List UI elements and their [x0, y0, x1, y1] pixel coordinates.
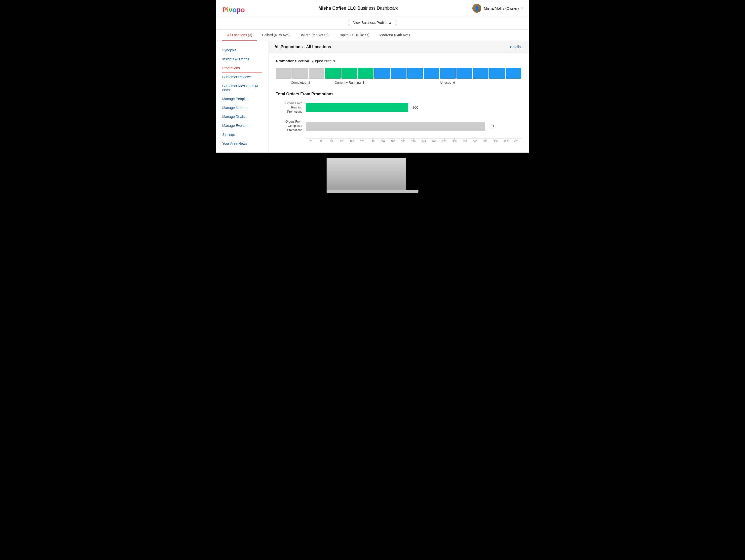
axis-tick: 160	[378, 140, 388, 143]
location-tabs: All Locations (3) Ballard (67th Ave) Bal…	[216, 30, 529, 41]
bar-segment-completed	[309, 68, 324, 79]
bar-segment-unused	[374, 68, 390, 79]
section-title: All Promotions - All Locations	[274, 45, 331, 49]
sidebar-item-people[interactable]: Manage People...	[216, 94, 268, 103]
period-dropdown[interactable]: August 2022 ▾	[312, 59, 335, 63]
bar-segment-running	[358, 68, 374, 79]
sidebar-item-deals[interactable]: Manage Deals...	[216, 112, 268, 121]
axis-tick: 360	[480, 140, 490, 143]
tab-madrona[interactable]: Madrona (34th Ave)	[375, 30, 415, 41]
avatar: 👤	[472, 4, 481, 13]
chart-axis: 2040608010012014016018020022024026028030…	[306, 138, 521, 143]
bar-segment-completed	[292, 68, 308, 79]
axis-tick: 280	[439, 140, 449, 143]
axis-tick: 340	[470, 140, 480, 143]
promotions-bar	[276, 68, 521, 79]
sidebar-item-synopsis[interactable]: Synopsis	[216, 46, 268, 55]
bar-row-label: Orders From Completed Promotions	[276, 120, 306, 132]
chevron-up-icon: ▲	[388, 21, 392, 25]
sidebar-item-events[interactable]: Manage Events...	[216, 121, 268, 130]
axis-tick: 220	[408, 140, 418, 143]
axis-tick: 40	[316, 140, 326, 143]
bar-labels: Completed: 3 Currently Running: 3 Unused…	[276, 81, 521, 85]
bar-segment-unused	[407, 68, 423, 79]
bottom-area	[0, 153, 745, 207]
axis-tick: 20	[306, 140, 316, 143]
tab-ballard-market[interactable]: Ballard (Market St)	[294, 30, 333, 41]
chevron-down-icon: ▾	[521, 6, 523, 10]
bar-segment-unused	[489, 68, 505, 79]
chart-bar-row: Orders From Completed Promotions350	[276, 120, 521, 132]
user-menu[interactable]: 👤 Misha Mollis (Owner) ▾	[472, 4, 523, 16]
logo: Pivopo	[222, 6, 245, 14]
sidebar-item-insights[interactable]: Insights & Trends	[216, 55, 268, 64]
axis-tick: 420	[511, 140, 521, 143]
details-link[interactable]: Details ›	[510, 45, 523, 49]
main-content: All Promotions - All Locations Details ›…	[268, 41, 529, 153]
bar-chart: Orders From Running Promotions200Orders …	[276, 101, 521, 143]
axis-tick: 240	[419, 140, 429, 143]
header: Pivopo Misha Coffee LLC Business Dashboa…	[216, 0, 529, 17]
user-name: Misha Mollis (Owner)	[484, 6, 519, 10]
bar-row-label: Orders From Running Promotions	[276, 101, 306, 114]
chart-bar-row: Orders From Running Promotions200	[276, 101, 521, 114]
bar-row-track: 200	[306, 103, 521, 112]
header-title: Misha Coffee LLC Business Dashboard	[245, 6, 472, 14]
bar-segment-unused	[506, 68, 521, 79]
bar-segment-unused	[440, 68, 456, 79]
axis-tick: 140	[367, 140, 378, 143]
laptop-foot	[327, 190, 418, 193]
bar-segment-completed	[276, 68, 292, 79]
axis-tick: 300	[450, 140, 460, 143]
section-header: All Promotions - All Locations Details ›	[268, 41, 529, 53]
bar-row-track: 350	[306, 122, 521, 131]
period-label: Promotions Period: August 2022 ▾	[276, 59, 521, 63]
sidebar-item-promotions[interactable]: Promotions	[216, 64, 268, 72]
axis-tick: 180	[388, 140, 398, 143]
axis-tick: 400	[500, 140, 511, 143]
bar-segment-running	[342, 68, 357, 79]
tab-capitol-hill[interactable]: Capitol Hill (Pike St)	[333, 30, 374, 41]
tab-all-locations[interactable]: All Locations (3)	[222, 30, 257, 41]
unused-label: Unused: 9	[374, 81, 521, 85]
content-inner: Promotions Period: August 2022 ▾ Complet…	[268, 53, 529, 149]
chart-title: Total Orders From Promotions	[276, 92, 521, 96]
bar-fill: 350	[306, 122, 485, 131]
tab-ballard-67[interactable]: Ballard (67th Ave)	[257, 30, 294, 41]
sidebar-item-news[interactable]: Your Area News	[216, 139, 268, 148]
completed-label: Completed: 3	[276, 81, 325, 85]
view-profile-button[interactable]: View Business Profile ▲	[348, 19, 397, 26]
profile-btn-row: View Business Profile ▲	[216, 17, 529, 30]
sidebar-item-reviews[interactable]: Customer Reviews	[216, 72, 268, 81]
sidebar: Synopsis Insights & Trends Promotions Cu…	[216, 41, 268, 153]
axis-tick: 60	[326, 140, 336, 143]
axis-tick: 120	[357, 140, 367, 143]
sidebar-item-menu[interactable]: Manage Menu...	[216, 103, 268, 112]
axis-tick: 80	[336, 140, 347, 143]
sidebar-item-messages[interactable]: Customer Messages (4 new)	[216, 81, 268, 94]
sidebar-item-settings[interactable]: Settings	[216, 130, 268, 139]
bar-segment-unused	[456, 68, 472, 79]
bar-value: 350	[489, 124, 495, 128]
axis-tick: 260	[429, 140, 439, 143]
bar-value: 200	[413, 105, 418, 109]
axis-tick: 380	[490, 140, 500, 143]
running-label: Currently Running: 3	[325, 81, 374, 85]
axis-tick: 100	[347, 140, 357, 143]
bar-segment-unused	[424, 68, 439, 79]
bar-segment-unused	[391, 68, 406, 79]
bar-segment-running	[325, 68, 341, 79]
axis-tick: 320	[460, 140, 470, 143]
main-layout: Synopsis Insights & Trends Promotions Cu…	[216, 41, 529, 153]
bar-fill: 200	[306, 103, 408, 112]
laptop-base	[327, 158, 406, 190]
bar-segment-unused	[473, 68, 488, 79]
axis-tick: 200	[398, 140, 408, 143]
